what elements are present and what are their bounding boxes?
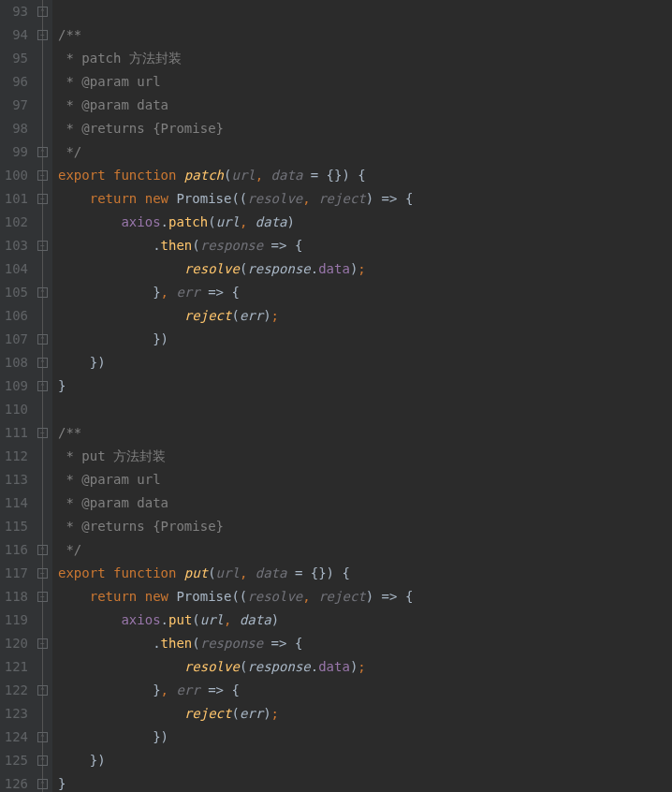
code-line[interactable]: * put 方法封装 [58,445,672,468]
fold-open-icon[interactable]: − [37,241,48,251]
fold-end-open-icon[interactable]: ⌃ [37,685,48,696]
fold-end-icon[interactable]: ⌃ [37,381,48,391]
code-line[interactable]: * patch 方法封装 [58,47,672,70]
code-line[interactable]: * @returns {Promise} [58,117,672,140]
fold-end-icon[interactable]: ⌃ [37,732,48,742]
line-number: 93 [4,0,28,23]
code-line[interactable]: return new Promise((resolve, reject) => … [58,585,672,609]
line-number: 111 [4,421,28,445]
line-number: 123 [4,702,28,726]
code-editor[interactable]: 9394959697989910010110210310410510610710… [0,0,672,792]
code-line[interactable]: * @param url [58,468,672,491]
line-number: 109 [4,374,28,398]
fold-open-icon[interactable]: − [37,428,48,438]
code-line[interactable]: reject(err); [58,702,672,726]
line-number: 95 [4,47,28,70]
line-number: 124 [4,726,28,749]
code-line[interactable]: * @param data [58,491,672,515]
code-line[interactable]: * @param url [58,70,672,94]
line-number: 125 [4,749,28,772]
code-line[interactable]: * @returns {Promise} [58,515,672,538]
line-number: 94 [4,23,28,47]
line-number: 103 [4,234,28,257]
code-line[interactable]: .then(response => { [58,632,672,655]
code-line[interactable]: */ [58,140,672,164]
code-line[interactable]: }) [58,749,672,772]
fold-open-icon[interactable]: − [37,170,48,181]
line-number: 98 [4,117,28,140]
line-number: 101 [4,187,28,211]
code-area[interactable]: /** * patch 方法封装 * @param url * @param d… [52,0,672,792]
line-number: 105 [4,281,28,304]
code-line[interactable]: export function put(url, data = {}) { [58,562,672,585]
fold-end-icon[interactable]: ⌃ [37,755,48,766]
code-line[interactable]: resolve(response.data); [58,655,672,679]
fold-column[interactable]: ⌃−⌃−−−⌃⌃⌃⌃−⌃−−−⌃⌃⌃⌃ [36,0,52,792]
fold-open-icon[interactable]: − [37,592,48,602]
code-line[interactable]: /** [58,23,672,47]
line-number: 115 [4,515,28,538]
line-number: 102 [4,211,28,234]
line-number: 117 [4,562,28,585]
code-line[interactable]: return new Promise((resolve, reject) => … [58,187,672,211]
fold-open-icon[interactable]: − [37,638,48,649]
line-number: 113 [4,468,28,491]
code-line[interactable]: export function patch(url, data = {}) { [58,164,672,187]
fold-end-icon[interactable]: ⌃ [37,545,48,555]
fold-end-icon[interactable]: ⌃ [37,147,48,157]
line-number: 122 [4,679,28,702]
line-number: 121 [4,655,28,679]
fold-end-icon[interactable]: ⌃ [37,358,48,368]
code-line[interactable] [58,398,672,421]
code-line[interactable]: */ [58,538,672,562]
code-line[interactable]: * @param data [58,94,672,117]
line-number: 118 [4,585,28,609]
fold-end-icon[interactable]: ⌃ [37,779,48,789]
code-line[interactable]: resolve(response.data); [58,257,672,281]
fold-end-icon[interactable]: ⌃ [37,7,48,17]
code-line[interactable]: }) [58,351,672,374]
code-line[interactable]: }, err => { [58,679,672,702]
line-number: 126 [4,772,28,792]
code-line[interactable]: .then(response => { [58,234,672,257]
fold-end-icon[interactable]: ⌃ [37,334,48,345]
code-line[interactable]: }, err => { [58,281,672,304]
fold-open-icon[interactable]: − [37,568,48,579]
code-line[interactable]: reject(err); [58,304,672,328]
line-number: 96 [4,70,28,94]
line-number: 116 [4,538,28,562]
line-number: 114 [4,491,28,515]
line-number: 119 [4,609,28,632]
line-number: 106 [4,304,28,328]
code-line[interactable]: }) [58,328,672,351]
code-line[interactable]: axios.put(url, data) [58,609,672,632]
line-number: 108 [4,351,28,374]
line-number: 112 [4,445,28,468]
code-line[interactable] [58,0,672,23]
code-line[interactable]: } [58,772,672,792]
fold-open-icon[interactable]: − [37,30,48,40]
fold-open-icon[interactable]: − [37,194,48,204]
code-line[interactable]: axios.patch(url, data) [58,211,672,234]
line-number: 97 [4,94,28,117]
line-number: 99 [4,140,28,164]
line-number: 107 [4,328,28,351]
code-line[interactable]: } [58,374,672,398]
line-number: 120 [4,632,28,655]
line-number-gutter: 9394959697989910010110210310410510610710… [0,0,36,792]
line-number: 100 [4,164,28,187]
fold-end-open-icon[interactable]: ⌃ [37,287,48,298]
line-number: 104 [4,257,28,281]
line-number: 110 [4,398,28,421]
code-line[interactable]: }) [58,726,672,749]
code-line[interactable]: /** [58,421,672,445]
